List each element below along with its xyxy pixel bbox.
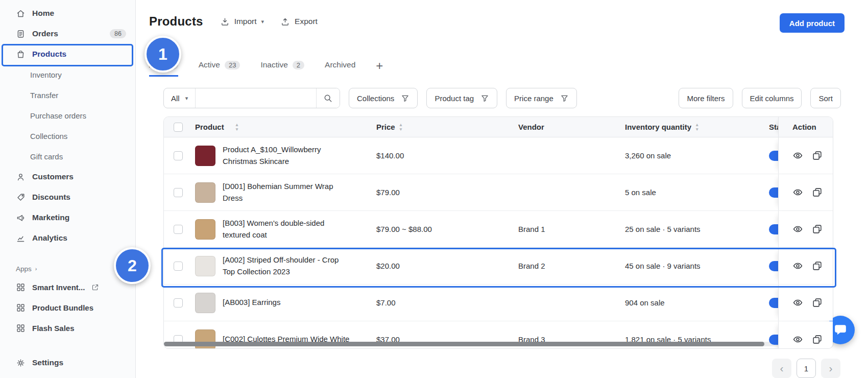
sidebar-item-flash-sales[interactable]: Flash Sales [0,318,135,338]
add-product-button[interactable]: Add product [780,13,845,33]
sort-icon[interactable]: ▲▼ [235,123,239,131]
edit-columns-button[interactable]: Edit columns [742,88,802,108]
tab-all[interactable]: All 25 [149,60,178,77]
duplicate-icon[interactable] [812,297,823,308]
product-name[interactable]: Product A_$100_Willowberry Christmas Ski… [223,144,351,167]
import-download-icon [220,17,230,27]
view-icon[interactable] [792,150,803,161]
duplicate-icon[interactable] [812,261,823,271]
next-page-button[interactable]: › [821,359,840,378]
sidebar-item-purchase-orders[interactable]: Purchase orders [0,105,135,126]
product-name[interactable]: [D001] Bohemian Summer Wrap Dress [223,181,351,204]
marketing-icon [16,213,26,223]
sidebar-item-analytics[interactable]: Analytics [0,228,135,248]
row-checkbox[interactable] [174,225,183,234]
add-view-button[interactable]: + [376,60,383,72]
sidebar-item-orders[interactable]: Orders 86 [0,23,135,44]
table-row[interactable]: Product A_$100_Willowberry Christmas Ski… [164,137,833,174]
search-button[interactable] [316,88,340,108]
external-link-icon [91,284,99,291]
search-group: All ▾ [163,88,340,108]
export-button[interactable]: Export [280,17,318,27]
sidebar-item-gift-cards[interactable]: Gift cards [0,146,135,167]
row-checkbox[interactable] [174,262,183,271]
product-thumbnail [195,256,215,276]
product-thumbnail [195,219,215,240]
sidebar: Home Orders 86 Products Inventory Transf… [0,0,136,378]
analytics-icon [16,233,26,243]
sort-button[interactable]: Sort [810,88,841,108]
table-row[interactable]: [B003] Women's double-sided textured coa… [164,211,833,248]
tab-count-badge: 2 [293,61,304,69]
sidebar-item-transfer[interactable]: Transfer [0,85,135,105]
funnel-icon [480,94,489,103]
table-row-highlighted[interactable]: [A002] Striped Off-shoulder - Crop Top C… [164,248,833,285]
horizontal-scrollbar[interactable] [164,342,833,346]
view-icon[interactable] [792,334,803,345]
sidebar-item-products[interactable]: Products [0,44,135,64]
sidebar-item-smart-inventory[interactable]: Smart Invent... [0,277,135,297]
sort-icon[interactable]: ▲▼ [695,123,699,131]
select-all-checkbox[interactable] [174,123,183,132]
import-button[interactable]: Import ▾ [220,17,264,27]
tab-active[interactable]: Active 23 [199,60,240,75]
price-range-filter-button[interactable]: Price range [506,88,577,108]
search-input[interactable] [195,88,316,108]
table-row[interactable]: [D001] Bohemian Summer Wrap Dress $79.00… [164,174,833,211]
page-number-button[interactable]: 1 [797,359,816,378]
product-vendor: Brand 1 [518,225,625,233]
chevron-left-icon: ‹ [780,362,784,374]
column-price[interactable]: Price ▲▼ [376,123,518,131]
prev-page-button[interactable]: ‹ [772,359,791,378]
funnel-icon [560,94,569,103]
sidebar-item-home[interactable]: Home [0,3,135,23]
sidebar-item-settings[interactable]: Settings [0,352,135,373]
view-icon[interactable] [792,261,803,271]
duplicate-icon[interactable] [812,187,823,198]
sidebar-item-collections[interactable]: Collections [0,126,135,146]
view-icon[interactable] [792,224,803,234]
view-icon[interactable] [792,297,803,308]
collections-filter-button[interactable]: Collections [349,88,418,108]
customers-icon [16,172,26,182]
product-thumbnail [195,146,215,166]
sort-icon[interactable]: ▲▼ [399,123,403,131]
duplicate-icon[interactable] [812,224,823,234]
tab-archived[interactable]: Archived [325,60,355,75]
product-inventory: 45 on sale · 9 variants [625,262,769,270]
horizontal-scrollbar-thumb[interactable] [164,342,764,346]
product-name[interactable]: [B003] Women's double-sided textured coa… [223,218,351,241]
sidebar-item-inventory[interactable]: Inventory [0,64,135,85]
table-row[interactable]: [AB003] Earrings $7.00 904 on sale [164,285,833,321]
status-tabs: All 25 Active 23 Inactive 2 Archived + [149,60,383,77]
product-name[interactable]: [A002] Striped Off-shoulder - Crop Top C… [223,254,351,277]
sidebar-item-product-bundles[interactable]: Product Bundles [0,297,135,318]
product-tag-filter-button[interactable]: Product tag [426,88,497,108]
product-name[interactable]: [AB003] Earrings [223,297,280,309]
column-inventory[interactable]: Inventory quantity ▲▼ [625,123,769,131]
more-filters-button[interactable]: More filters [679,88,733,108]
duplicate-icon[interactable] [812,334,823,345]
sidebar-item-customers[interactable]: Customers [0,167,135,187]
column-vendor: Vendor [518,123,625,131]
sidebar-item-discounts[interactable]: Discounts [0,187,135,207]
sidebar-item-marketing[interactable]: Marketing [0,207,135,228]
product-vendor: Brand 2 [518,262,625,270]
sidebar-item-label: Orders [32,29,58,38]
row-checkbox[interactable] [174,151,183,160]
tab-inactive[interactable]: Inactive 2 [260,60,304,75]
product-inventory: 3,260 on sale [625,151,769,160]
column-product[interactable]: Product ▲▼ [192,123,376,131]
duplicate-icon[interactable] [812,150,823,161]
product-price: $79.00 [376,188,518,197]
product-inventory: 5 on sale [625,188,769,197]
view-icon[interactable] [792,187,803,198]
search-scope-dropdown[interactable]: All ▾ [164,88,195,108]
row-checkbox[interactable] [174,188,183,197]
sidebar-apps-header[interactable]: Apps › [0,261,135,277]
row-checkbox[interactable] [174,298,183,308]
page-title: Products [149,14,203,29]
product-price: $79.00 ~ $88.00 [376,225,518,233]
flash-sales-app-icon [16,323,26,333]
products-icon [16,50,26,59]
